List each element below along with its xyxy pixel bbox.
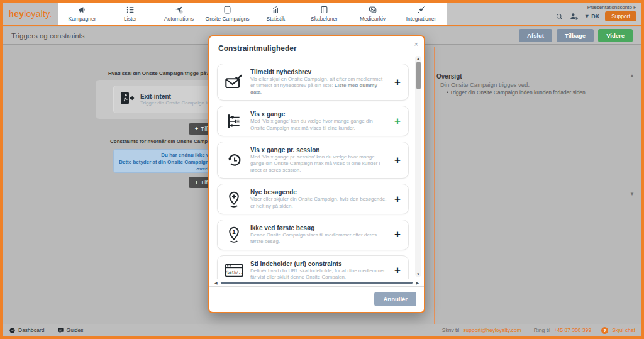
- add-constraint-plus-icon[interactable]: +: [392, 228, 402, 241]
- overview-bullet-item: • Trigger din Onsite Campaign inden kund…: [447, 89, 587, 96]
- add-constraint-plus-icon[interactable]: +: [392, 154, 402, 167]
- modal-footer: Annullér: [209, 286, 424, 312]
- modal-vertical-scrollbar[interactable]: ▲ ▼: [415, 56, 421, 277]
- overview-subheading: Din Onsite Campaign trigges ved:: [440, 81, 530, 88]
- help-icon[interactable]: ?: [601, 327, 608, 334]
- media-image-icon: [368, 5, 377, 14]
- constraint-item-nye-besogende[interactable]: Nye besøgende Viser eller skjuler din On…: [217, 184, 409, 214]
- tab-label: Statistik: [267, 16, 286, 22]
- add-constraint-plus-icon[interactable]: +: [392, 193, 402, 206]
- tab-integrationer[interactable]: Integrationer: [397, 3, 445, 25]
- add-constraint-plus-icon[interactable]: +: [392, 76, 402, 89]
- chat-bubble-icon: [57, 327, 64, 334]
- dashboard-label: Dashboard: [18, 327, 45, 333]
- modal-header: Constraintmuligheder ×: [209, 36, 424, 58]
- tab-lister[interactable]: Lister: [106, 3, 155, 25]
- close-icon[interactable]: ×: [414, 40, 418, 48]
- constraint-item-vis-x-gange[interactable]: Vis x gange Med 'Vis x gange' kan du væl…: [217, 106, 409, 136]
- constraint-list: Tilmeldt nyhedsbrev Vis eller skjul en O…: [209, 58, 424, 279]
- pin-plus-icon: [223, 191, 245, 208]
- guides-link[interactable]: Guides: [57, 327, 84, 334]
- add-constraint-plus-icon[interactable]: +: [392, 264, 402, 277]
- app-screen: heyloyalty. Kampagner Lister Automations…: [0, 0, 644, 339]
- footer-bar: Dashboard Guides Skriv til support@heylo…: [3, 324, 641, 336]
- paper-plane-gear-icon: [174, 5, 184, 14]
- cancel-button[interactable]: Annullér: [374, 292, 416, 306]
- modal-horizontal-scrollbar[interactable]: ◀ ▶: [209, 279, 424, 286]
- tab-skabeloner[interactable]: Skabeloner: [300, 3, 348, 25]
- constraint-title: Vis x gange pr. session: [250, 147, 387, 153]
- add-constraint-plus-icon[interactable]: +: [392, 115, 402, 128]
- language-selector[interactable]: ▼ DK: [584, 13, 599, 19]
- modal-title: Constraintmuligheder: [218, 44, 297, 53]
- constraint-title: Nye besøgende: [250, 189, 387, 196]
- tab-onsite-campaigns[interactable]: Onsite Campaigns: [203, 3, 252, 25]
- tab-mediearkiv[interactable]: Mediearkiv: [348, 3, 397, 25]
- constraint-item-tilmeldt-nyhedsbrev[interactable]: Tilmeldt nyhedsbrev Vis eller skjul en O…: [217, 64, 409, 101]
- scroll-up-icon[interactable]: ▲: [416, 56, 420, 61]
- constraint-title: Sti indeholder (url) constraints: [250, 260, 387, 267]
- scroll-left-icon[interactable]: ◀: [214, 281, 218, 285]
- overview-scroll-up-icon[interactable]: ▲: [630, 73, 635, 79]
- page-title: Triggers og constraints: [11, 32, 85, 40]
- bar-chart-icon: [271, 5, 280, 14]
- heyloyalty-logo[interactable]: heyloyalty.: [3, 3, 58, 25]
- videre-button[interactable]: Videre: [598, 29, 633, 42]
- scrollbar-thumb[interactable]: [416, 62, 421, 89]
- constraints-section-heading: Constraints for hvornår din Onsite Campa…: [110, 138, 218, 144]
- constraint-item-vis-x-gange-session[interactable]: Vis x gange pr. session Med 'Vis x gange…: [217, 142, 409, 179]
- constraint-description: Viser eller skjuler din Onsite Campaign,…: [250, 196, 387, 209]
- plus-icon: +: [195, 126, 198, 132]
- call-label: Ring til: [534, 327, 550, 333]
- tab-label: Kampagner: [69, 16, 96, 22]
- dashboard-link[interactable]: Dashboard: [9, 327, 45, 334]
- user-settings-icon[interactable]: [569, 12, 579, 21]
- logo-text-bold: hey: [9, 9, 25, 19]
- constraint-description: Med 'Vis x gange pr. session' kan du væl…: [250, 154, 387, 174]
- browser-path-icon: /path/..: [223, 262, 245, 279]
- template-icon: [319, 5, 329, 14]
- history-clock-icon: [223, 152, 245, 169]
- abacus-icon: [223, 113, 245, 130]
- chevron-down-icon: ▼: [584, 13, 590, 19]
- guides-label: Guides: [67, 327, 84, 333]
- support-button[interactable]: Support: [605, 11, 636, 21]
- mail-check-icon: [223, 74, 245, 91]
- topbar-right-area: Præsentationskonto F ▼ DK Support: [447, 3, 641, 25]
- list-icon: [126, 5, 135, 14]
- afslut-button[interactable]: Afslut: [519, 29, 552, 42]
- main-nav-tabs: Kampagner Lister Automations Onsite Camp…: [58, 3, 447, 25]
- plug-icon: [416, 5, 426, 14]
- constraint-item-ikke-forste-besog[interactable]: 1 Ikke ved første besøg Denne Onsite Cam…: [217, 220, 409, 250]
- constraint-item-sti-indeholder[interactable]: /path/.. Sti indeholder (url) constraint…: [217, 255, 409, 279]
- constraint-description: Med 'Vis x gange' kan du vælge hvor mang…: [250, 118, 387, 131]
- overview-scroll-down-icon[interactable]: ▼: [630, 191, 635, 197]
- search-icon[interactable]: [555, 13, 564, 21]
- scrollbar-thumb[interactable]: [221, 282, 413, 284]
- tab-statistik[interactable]: Statistik: [252, 3, 300, 25]
- bullet-glyph: •: [447, 89, 448, 96]
- constraint-description: Denne Onsite Campaign vises til medlemme…: [250, 232, 387, 245]
- alert-line: Du har endnu ikke val: [161, 152, 213, 158]
- tilbage-button[interactable]: Tilbage: [557, 29, 594, 42]
- tab-label: Onsite Campaigns: [206, 16, 250, 22]
- scroll-right-icon[interactable]: ▶: [416, 281, 419, 285]
- browser-window-icon: [223, 5, 232, 14]
- tab-kampagner[interactable]: Kampagner: [58, 3, 106, 25]
- megaphone-icon: [77, 5, 87, 14]
- phone-link[interactable]: +45 87 300 399: [554, 327, 591, 333]
- alert-line: Dette betyder at din Onsite Campaign b: [119, 159, 213, 165]
- support-email-link[interactable]: support@heyloyalty.com: [463, 327, 521, 333]
- logo-text: loyalty.: [24, 9, 52, 19]
- constraint-title: Tilmeldt nyhedsbrev: [250, 69, 387, 75]
- hide-chat-link[interactable]: Skjul chat: [612, 327, 635, 333]
- tab-label: Mediearkiv: [360, 16, 386, 22]
- exit-intent-icon: [119, 91, 135, 108]
- overview-heading: Oversigt: [436, 73, 462, 80]
- tab-label: Lister: [124, 16, 137, 22]
- plus-icon: +: [195, 179, 198, 186]
- tab-automations[interactable]: Automations: [155, 3, 203, 25]
- scroll-down-icon[interactable]: ▼: [416, 272, 420, 277]
- trigger-section-heading: Hvad skal din Onsite Campaign trigge på?: [108, 70, 209, 76]
- account-name: Præsentationskonto F: [587, 4, 636, 10]
